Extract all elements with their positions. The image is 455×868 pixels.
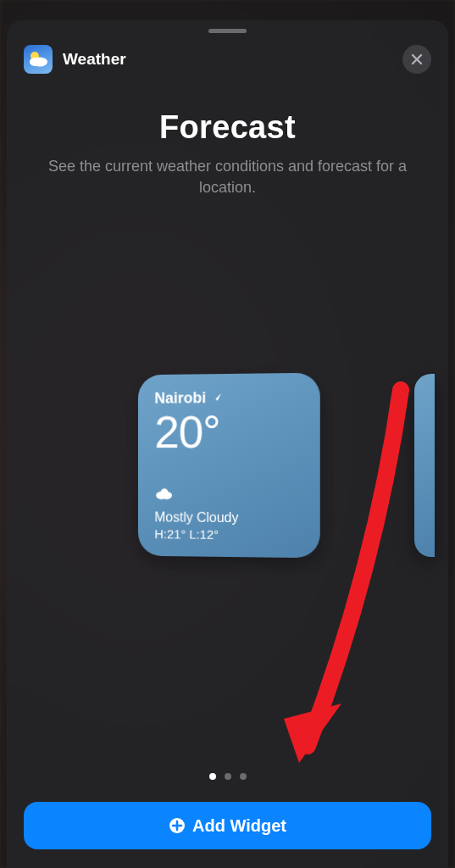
close-icon <box>411 53 423 65</box>
widget-carousel[interactable]: Nairobi 20° Mostly Cloudy H:21° L:12° <box>27 164 428 766</box>
content-area: Forecast See the current weather conditi… <box>7 82 448 766</box>
widget-location-label: Nairobi <box>154 389 206 407</box>
page-dot-1[interactable] <box>209 773 216 780</box>
page-dot-2[interactable] <box>225 773 231 780</box>
weather-widget-preview[interactable]: Nairobi 20° Mostly Cloudy H:21° L:12° <box>137 373 319 559</box>
widget-picker-sheet: Weather Forecast See the current weather… <box>7 20 448 868</box>
add-widget-button[interactable]: Add Widget <box>24 802 431 849</box>
location-arrow-icon <box>211 392 222 403</box>
page-indicator[interactable] <box>7 773 448 780</box>
page-dot-3[interactable] <box>240 773 247 780</box>
cloud-icon <box>154 485 302 508</box>
widget-location-row: Nairobi <box>154 388 302 408</box>
weather-app-icon <box>24 45 53 74</box>
plus-circle-icon <box>169 817 186 834</box>
svg-point-2 <box>30 58 40 66</box>
widget-hilo-label: H:21° L:12° <box>154 526 302 542</box>
close-button[interactable] <box>402 45 431 74</box>
add-widget-label: Add Widget <box>192 816 286 836</box>
page-title: Forecast <box>159 109 296 146</box>
header: Weather <box>7 33 448 82</box>
next-widget-peek[interactable] <box>414 374 435 557</box>
widget-condition-label: Mostly Cloudy <box>154 510 302 526</box>
app-name-label: Weather <box>63 50 126 69</box>
widget-temperature: 20° <box>154 408 302 454</box>
